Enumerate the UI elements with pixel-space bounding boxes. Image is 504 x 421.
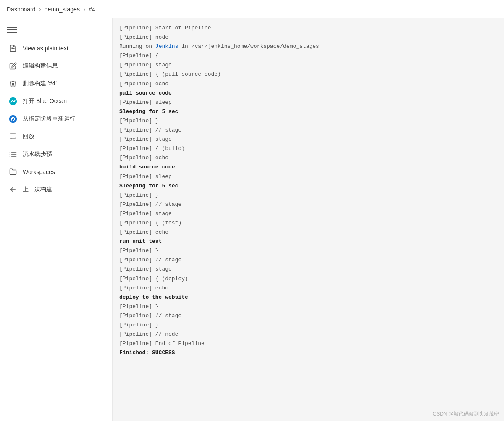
log-line: build source code [119, 163, 497, 172]
sidebar-item-label-prev-build: 上一次构建 [23, 186, 52, 193]
log-line: [Pipeline] { [119, 51, 497, 61]
sidebar-item-label-open-blue-ocean: 打开 Blue Ocean [23, 97, 67, 105]
sidebar-item-label-workspaces: Workspaces [23, 168, 55, 175]
breadcrumb-sep-2: › [83, 5, 85, 13]
log-line: [Pipeline] sleep [119, 98, 497, 107]
edit-icon [8, 61, 18, 71]
sidebar-item-open-blue-ocean[interactable]: 打开 Blue Ocean [0, 92, 112, 110]
log-line: [Pipeline] Start of Pipeline [119, 24, 497, 33]
log-line: [Pipeline] } [119, 302, 497, 311]
log-line: [Pipeline] // node [119, 330, 497, 339]
log-line: [Pipeline] } [119, 116, 497, 126]
sidebar-item-delete-build[interactable]: 删除构建 '#4' [0, 75, 112, 92]
log-line: Sleeping for 5 sec [119, 182, 497, 191]
sidebar-item-label-restart-from-stage: 从指定阶段重新运行 [23, 115, 76, 123]
log-line: [Pipeline] // stage [119, 200, 497, 209]
sidebar-item-label-edit-build-info: 编辑构建信息 [23, 62, 58, 70]
breadcrumb-demo-stages[interactable]: demo_stages [45, 6, 80, 13]
breadcrumb-dashboard[interactable]: Dashboard [7, 6, 36, 13]
log-area: [Pipeline] Start of Pipeline[Pipeline] n… [113, 18, 504, 421]
log-line: [Pipeline] stage [119, 61, 497, 70]
log-line: [Pipeline] stage [119, 265, 497, 274]
sidebar-item-prev-build[interactable]: 上一次构建 [0, 181, 112, 198]
log-line: Sleeping for 5 sec [119, 107, 497, 116]
log-line: [Pipeline] node [119, 33, 497, 42]
log-line: [Pipeline] { (build) [119, 144, 497, 153]
folder-icon [8, 167, 18, 176]
sidebar-item-label-view-plain-text: View as plain text [23, 45, 68, 52]
log-line: [Pipeline] { (test) [119, 218, 497, 228]
log-line: [Pipeline] { (deploy) [119, 274, 497, 284]
log-line: [Pipeline] echo [119, 284, 497, 293]
log-line: [Pipeline] } [119, 191, 497, 200]
sidebar-item-restart-from-stage[interactable]: 从指定阶段重新运行 [0, 110, 112, 128]
sidebar-item-view-plain-text[interactable]: View as plain text [0, 39, 112, 57]
sidebar-item-label-pipeline-steps: 流水线步骤 [23, 150, 52, 158]
restart-icon [8, 114, 18, 124]
sidebar-item-workspaces[interactable]: Workspaces [0, 163, 112, 181]
log-line: pull source code [119, 89, 497, 98]
log-line: [Pipeline] // stage [119, 126, 497, 135]
breadcrumb-current: #4 [89, 6, 95, 13]
log-line: [Pipeline] stage [119, 209, 497, 218]
log-line: [Pipeline] End of Pipeline [119, 339, 497, 348]
arrow-left-icon [8, 185, 18, 194]
breadcrumb-sep-1: › [39, 5, 41, 13]
log-line: [Pipeline] sleep [119, 172, 497, 182]
log-line: [Pipeline] } [119, 321, 497, 330]
pipeline-icon [8, 150, 18, 159]
blue-ocean-icon [8, 97, 18, 106]
log-line: [Pipeline] } [119, 246, 497, 255]
file-text-icon [8, 44, 18, 53]
log-line: deploy to the website [119, 293, 497, 302]
sidebar-item-label-delete-build: 删除构建 '#4' [23, 80, 57, 87]
log-line: Finished: SUCCESS [119, 348, 497, 358]
log-line: run unit test [119, 237, 497, 246]
log-line: Running on Jenkins in /var/jenkins_home/… [119, 42, 497, 51]
trash-icon [8, 79, 18, 88]
jenkins-link[interactable]: Jenkins [155, 43, 178, 50]
breadcrumb: Dashboard › demo_stages › #4 [0, 0, 504, 18]
sidebar-toggle[interactable] [0, 22, 112, 39]
log-line: [Pipeline] echo [119, 153, 497, 163]
sidebar-item-edit-build-info[interactable]: 编辑构建信息 [0, 57, 112, 75]
log-line: [Pipeline] // stage [119, 255, 497, 265]
sidebar-item-label-replay: 回放 [23, 133, 34, 140]
sidebar-item-replay[interactable]: 回放 [0, 128, 112, 145]
sidebar: View as plain text 编辑构建信息 [0, 18, 113, 421]
log-line: [Pipeline] // stage [119, 311, 497, 321]
watermark: CSDN @敲代码敲到头发茂密 [433, 410, 499, 418]
log-line: [Pipeline] { (pull source code) [119, 70, 497, 79]
replay-icon [8, 132, 18, 141]
log-container: [Pipeline] Start of Pipeline[Pipeline] n… [119, 24, 497, 358]
log-line: [Pipeline] echo [119, 79, 497, 89]
log-line: [Pipeline] stage [119, 135, 497, 144]
log-line: [Pipeline] echo [119, 228, 497, 237]
main-layout: View as plain text 编辑构建信息 [0, 18, 504, 421]
sidebar-item-pipeline-steps[interactable]: 流水线步骤 [0, 145, 112, 163]
